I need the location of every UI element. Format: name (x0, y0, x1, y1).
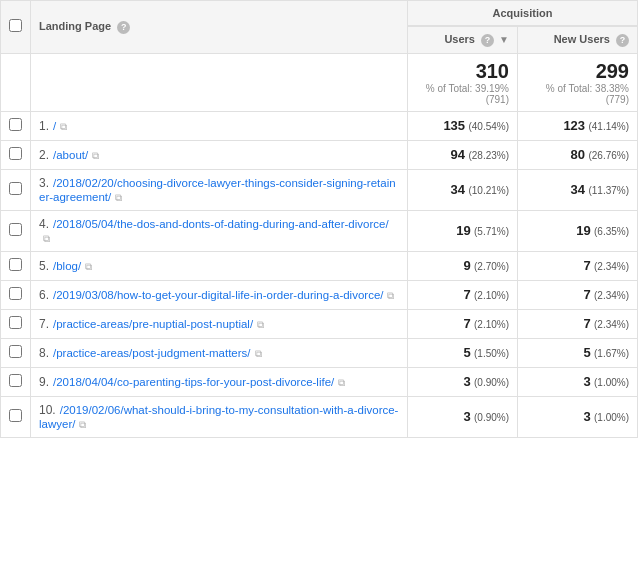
external-link-icon[interactable]: ⧉ (255, 348, 262, 360)
users-sort-icon[interactable]: ▼ (499, 34, 509, 45)
row-number: 9. (39, 375, 53, 389)
landing-page-link[interactable]: /2019/03/08/how-to-get-your-digital-life… (53, 289, 383, 301)
users-cell: 19 (5.71%) (408, 210, 518, 251)
acquisition-label: Acquisition (493, 7, 553, 19)
acquisition-header: Acquisition (408, 1, 638, 27)
external-link-icon[interactable]: ⧉ (387, 290, 394, 302)
row-checkbox[interactable] (9, 147, 22, 160)
landing-page-link[interactable]: /2018/02/20/choosing-divorce-lawyer-thin… (39, 177, 396, 203)
table-row: 7./practice-areas/pre-nuptial-post-nupti… (1, 309, 638, 338)
row-checkbox[interactable] (9, 182, 22, 195)
new-users-help-icon[interactable]: ? (616, 34, 629, 47)
row-checkbox[interactable] (9, 287, 22, 300)
new-users-pct: (11.37%) (588, 185, 629, 196)
row-number: 10. (39, 403, 60, 417)
landing-page-link[interactable]: / (53, 120, 56, 132)
new-users-pct: (6.35%) (594, 226, 629, 237)
new-users-value: 3 (583, 409, 590, 424)
users-header: Users ? ▼ (408, 26, 518, 53)
totals-new-users-cell: 299 % of Total: 38.38% (779) (518, 53, 638, 111)
row-number: 5. (39, 259, 53, 273)
users-pct: (0.90%) (474, 377, 509, 388)
landing-page-link[interactable]: /about/ (53, 149, 88, 161)
landing-page-cell: 4./2018/05/04/the-dos-and-donts-of-datin… (31, 210, 408, 251)
totals-new-users-value: 299 (526, 60, 629, 83)
external-link-icon[interactable]: ⧉ (79, 419, 86, 431)
row-number: 6. (39, 288, 53, 302)
row-checkbox[interactable] (9, 118, 22, 131)
landing-page-cell: 9./2018/04/04/co-parenting-tips-for-your… (31, 367, 408, 396)
row-checkbox-cell (1, 251, 31, 280)
landing-page-link[interactable]: /2018/05/04/the-dos-and-donts-of-dating-… (53, 218, 389, 230)
row-checkbox-cell (1, 367, 31, 396)
new-users-pct: (2.34%) (594, 319, 629, 330)
landing-page-link[interactable]: /2019/02/06/what-should-i-bring-to-my-co… (39, 404, 398, 430)
new-users-value: 7 (583, 316, 590, 331)
new-users-value: 7 (583, 258, 590, 273)
new-users-value: 123 (563, 118, 585, 133)
users-pct: (10.21%) (468, 185, 509, 196)
users-label: Users (444, 33, 475, 45)
users-cell: 3 (0.90%) (408, 367, 518, 396)
new-users-label: New Users (554, 33, 610, 45)
landing-page-cell: 2./about/⧉ (31, 140, 408, 169)
row-checkbox[interactable] (9, 258, 22, 271)
row-checkbox[interactable] (9, 316, 22, 329)
landing-page-cell: 5./blog/⧉ (31, 251, 408, 280)
external-link-icon[interactable]: ⧉ (92, 150, 99, 162)
new-users-value: 3 (583, 374, 590, 389)
new-users-cell: 123 (41.14%) (518, 111, 638, 140)
table-row: 10./2019/02/06/what-should-i-bring-to-my… (1, 396, 638, 437)
external-link-icon[interactable]: ⧉ (338, 377, 345, 389)
row-checkbox-cell (1, 309, 31, 338)
new-users-pct: (41.14%) (588, 121, 629, 132)
new-users-cell: 7 (2.34%) (518, 280, 638, 309)
external-link-icon[interactable]: ⧉ (115, 192, 122, 204)
landing-page-link[interactable]: /practice-areas/post-judgment-matters/ (53, 347, 251, 359)
landing-page-cell: 8./practice-areas/post-judgment-matters/… (31, 338, 408, 367)
users-cell: 135 (40.54%) (408, 111, 518, 140)
new-users-cell: 34 (11.37%) (518, 169, 638, 210)
users-help-icon[interactable]: ? (481, 34, 494, 47)
external-link-icon[interactable]: ⧉ (60, 121, 67, 133)
landing-page-cell: 3./2018/02/20/choosing-divorce-lawyer-th… (31, 169, 408, 210)
row-checkbox[interactable] (9, 409, 22, 422)
row-checkbox-cell (1, 396, 31, 437)
row-number: 4. (39, 217, 53, 231)
row-number: 2. (39, 148, 53, 162)
new-users-value: 19 (576, 223, 590, 238)
select-all-header (1, 1, 31, 54)
users-cell: 7 (2.10%) (408, 309, 518, 338)
users-value: 9 (463, 258, 470, 273)
users-cell: 34 (10.21%) (408, 169, 518, 210)
users-value: 94 (451, 147, 465, 162)
users-cell: 5 (1.50%) (408, 338, 518, 367)
table-row: 2./about/⧉94 (28.23%)80 (26.76%) (1, 140, 638, 169)
row-checkbox[interactable] (9, 374, 22, 387)
totals-new-users-sub: % of Total: 38.38% (779) (526, 83, 629, 105)
new-users-value: 80 (571, 147, 585, 162)
landing-page-help-icon[interactable]: ? (117, 21, 130, 34)
landing-page-link[interactable]: /blog/ (53, 260, 81, 272)
landing-page-label: Landing Page (39, 20, 111, 32)
users-value: 34 (451, 182, 465, 197)
users-value: 135 (443, 118, 465, 133)
totals-check-cell (1, 53, 31, 111)
new-users-value: 5 (583, 345, 590, 360)
users-pct: (0.90%) (474, 412, 509, 423)
select-all-checkbox[interactable] (9, 19, 22, 32)
external-link-icon[interactable]: ⧉ (43, 233, 50, 245)
totals-users-sub: % of Total: 39.19% (791) (416, 83, 509, 105)
new-users-cell: 80 (26.76%) (518, 140, 638, 169)
external-link-icon[interactable]: ⧉ (257, 319, 264, 331)
external-link-icon[interactable]: ⧉ (85, 261, 92, 273)
row-checkbox[interactable] (9, 345, 22, 358)
users-value: 3 (463, 409, 470, 424)
new-users-cell: 7 (2.34%) (518, 309, 638, 338)
new-users-cell: 3 (1.00%) (518, 367, 638, 396)
landing-page-link[interactable]: /practice-areas/pre-nuptial-post-nuptial… (53, 318, 253, 330)
users-pct: (2.70%) (474, 261, 509, 272)
row-checkbox[interactable] (9, 223, 22, 236)
users-pct: (40.54%) (468, 121, 509, 132)
landing-page-link[interactable]: /2018/04/04/co-parenting-tips-for-your-p… (53, 376, 334, 388)
